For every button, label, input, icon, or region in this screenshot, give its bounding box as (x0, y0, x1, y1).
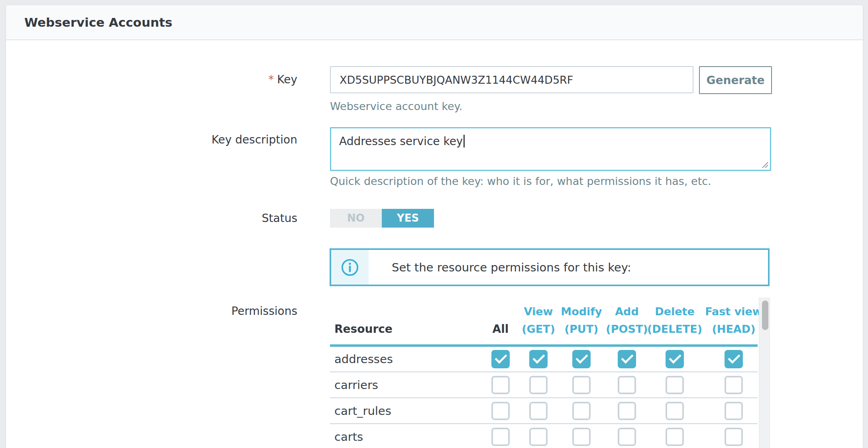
permission-checkbox[interactable] (618, 402, 636, 420)
column-header-view-get: View (GET) (522, 303, 555, 338)
key-description-value: Addresses service key (339, 135, 463, 148)
table-scrollbar[interactable] (759, 297, 770, 448)
status-toggle: NO YES (330, 209, 434, 228)
permission-checkbox[interactable] (725, 350, 743, 368)
column-header-modify-put: Modify (PUT) (561, 303, 602, 338)
permissions-label: Permissions (6, 303, 297, 319)
permission-checkbox[interactable] (618, 350, 636, 368)
permission-checkbox[interactable] (725, 376, 743, 394)
column-header-fast-view-head: Fast view (HEAD) (705, 303, 762, 338)
permission-checkbox[interactable] (666, 376, 684, 394)
status-toggle-no[interactable]: NO (330, 209, 382, 228)
column-header-delete-delete: Delete (DELETE) (647, 303, 702, 338)
table-row: carriers (330, 372, 758, 397)
column-header-add-post: Add (POST) (606, 303, 648, 338)
column-header-resource: Resource (334, 320, 393, 338)
table-scrollbar-thumb[interactable] (762, 301, 768, 330)
permission-checkbox[interactable] (725, 428, 743, 446)
permission-checkbox[interactable] (725, 402, 743, 420)
resource-name: carriers (334, 372, 378, 397)
permission-checkbox[interactable] (572, 376, 591, 394)
key-label-text: Key (277, 73, 297, 86)
permission-checkbox[interactable] (618, 428, 636, 446)
info-icon (341, 258, 359, 277)
permission-checkbox[interactable] (491, 376, 510, 394)
status-toggle-yes[interactable]: YES (382, 209, 434, 228)
info-alert: Set the resource permissions for this ke… (330, 248, 770, 286)
text-cursor (463, 135, 465, 147)
permissions-table: Resource All View (GET) Modify (PUT) Add… (330, 297, 770, 448)
permission-checkbox[interactable] (572, 402, 591, 420)
key-label: *Key (6, 72, 297, 88)
permission-checkbox[interactable] (572, 350, 591, 368)
permission-checkbox[interactable] (529, 428, 548, 446)
required-asterisk: * (268, 73, 274, 86)
permission-checkbox[interactable] (491, 402, 510, 420)
panel-header: Webservice Accounts (6, 5, 863, 40)
key-input[interactable] (330, 66, 693, 93)
table-row: carts (330, 424, 758, 448)
permission-checkbox[interactable] (491, 350, 510, 368)
generate-button[interactable]: Generate (699, 66, 772, 94)
page-title: Webservice Accounts (24, 5, 173, 39)
permission-checkbox[interactable] (491, 428, 510, 446)
permission-checkbox[interactable] (529, 350, 548, 368)
table-row: addresses (330, 347, 758, 371)
permission-checkbox[interactable] (666, 428, 684, 446)
key-description-label: Key description (6, 132, 297, 148)
resource-name: cart_rules (334, 398, 391, 423)
status-label: Status (6, 210, 297, 226)
info-alert-icon-area (331, 250, 369, 285)
webservice-accounts-panel: Webservice Accounts *Key Generate Webser… (6, 5, 863, 448)
permission-checkbox[interactable] (666, 350, 684, 368)
key-description-textarea[interactable]: Addresses service key (330, 127, 771, 171)
resource-name: addresses (334, 347, 393, 371)
table-row: cart_rules (330, 398, 758, 423)
permission-checkbox[interactable] (666, 402, 684, 420)
column-header-all: All (493, 320, 509, 338)
key-help-text: Webservice account key. (330, 100, 462, 112)
permission-checkbox[interactable] (529, 402, 548, 420)
permission-checkbox[interactable] (618, 376, 636, 394)
info-alert-text: Set the resource permissions for this ke… (392, 250, 764, 285)
key-description-help-text: Quick description of the key: who it is … (330, 175, 711, 187)
permission-checkbox[interactable] (572, 428, 591, 446)
resource-name: carts (334, 424, 363, 448)
permission-checkbox[interactable] (529, 376, 548, 394)
resize-handle-icon[interactable] (760, 160, 769, 169)
